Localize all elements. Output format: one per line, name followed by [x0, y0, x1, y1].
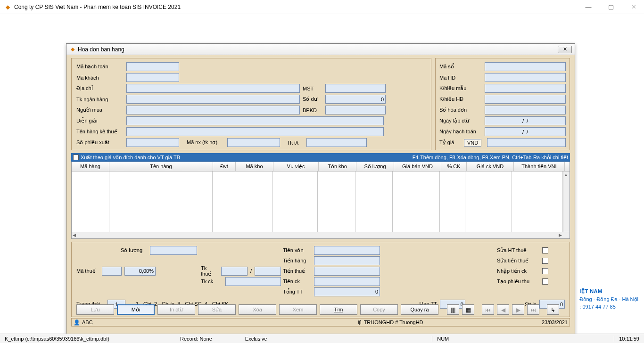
- label-tien-von: Tiền vốn: [283, 247, 311, 253]
- so-phieu-xuat-field[interactable]: [126, 138, 179, 147]
- label-tien-ck: Tiền ck: [283, 278, 311, 285]
- grid-col-header[interactable]: Mã kho: [236, 162, 273, 171]
- dien-giai-field[interactable]: [126, 116, 384, 125]
- grid-banner: Xuất theo giá vốn đích danh cho VT giá T…: [71, 153, 570, 162]
- nhap-tien-ck-checkbox[interactable]: [542, 268, 548, 274]
- grid-col-header[interactable]: Vụ việc: [273, 162, 319, 171]
- tk-ck-field[interactable]: [225, 277, 281, 286]
- label-ht-tt: Ht t/t: [288, 140, 304, 146]
- grid-col-header[interactable]: Giá bán VND: [394, 162, 441, 171]
- label-dien-giai: Diễn giải: [76, 118, 124, 124]
- tool-filter-button[interactable]: 🀫: [447, 304, 459, 315]
- tool-grid-button[interactable]: ▦: [462, 304, 474, 315]
- ht-tt-field[interactable]: [306, 138, 367, 147]
- xoa-button[interactable]: Xóa: [239, 304, 276, 315]
- dialog-icon: ◆: [69, 46, 76, 53]
- grid-col-body[interactable]: [393, 172, 440, 232]
- grid-col-body[interactable]: [318, 172, 355, 232]
- grid-col-header[interactable]: Đvt: [213, 162, 236, 171]
- tien-von-field[interactable]: [314, 246, 380, 255]
- grid-horizontal-scrollbar[interactable]: [72, 232, 570, 238]
- grid-vertical-scrollbar[interactable]: [563, 172, 570, 232]
- mst-field[interactable]: [325, 84, 386, 93]
- status-num: NUM: [432, 336, 454, 342]
- tk-thue-field-b[interactable]: [255, 267, 281, 276]
- sua-tien-thue-checkbox[interactable]: [542, 258, 548, 264]
- ma-nx-field[interactable]: [227, 138, 280, 147]
- inctu-button[interactable]: In ctừ: [157, 304, 195, 315]
- dialog-close-button[interactable]: ✕: [558, 46, 572, 53]
- grid-body[interactable]: [72, 172, 563, 232]
- tien-thue-field[interactable]: [314, 267, 380, 276]
- khieu-hd-field[interactable]: [485, 95, 566, 104]
- moi-button[interactable]: Mới: [117, 304, 155, 315]
- nav-prev-button[interactable]: ◀: [497, 304, 509, 315]
- grid-col-body[interactable]: [213, 172, 235, 232]
- grid-col-body[interactable]: [440, 172, 465, 232]
- dialog-footer: 👤 ABC 🛢 TRUONGHD # TruongHD 23/03/2021: [71, 318, 570, 327]
- nguoi-mua-field[interactable]: [126, 106, 300, 114]
- lock-icon: 🛢: [357, 319, 362, 325]
- maximize-button[interactable]: ▢: [604, 3, 618, 10]
- luu-button[interactable]: Lưu: [76, 304, 114, 315]
- label-so-phieu-xuat: Số phiếu xuất: [76, 139, 124, 146]
- tk-thue-field-a[interactable]: [221, 267, 248, 276]
- tien-hang-field[interactable]: [314, 256, 380, 265]
- ten-hang-ke-thue-field[interactable]: [126, 127, 384, 136]
- xem-button[interactable]: Xem: [279, 304, 317, 315]
- ngay-hach-toan-field[interactable]: [485, 127, 566, 136]
- minimize-button[interactable]: —: [582, 3, 595, 10]
- grid-col-header[interactable]: Tên hàng: [109, 162, 213, 171]
- tong-tt-field[interactable]: [314, 287, 380, 296]
- grid-col-body[interactable]: [235, 172, 273, 232]
- dia-chi-field[interactable]: [126, 84, 300, 93]
- grid-col-header[interactable]: Mã hàng: [72, 162, 109, 171]
- tao-phieu-thu-checkbox[interactable]: [542, 278, 548, 285]
- export-button[interactable]: ↳: [547, 304, 559, 315]
- grid-col-body[interactable]: [72, 172, 109, 232]
- label-dia-chi: Địa chỉ: [76, 85, 124, 91]
- grid-col-body[interactable]: [109, 172, 213, 232]
- grid-col-body[interactable]: [512, 172, 563, 232]
- ma-khach-field[interactable]: [126, 73, 179, 82]
- ma-thue-field[interactable]: [102, 267, 122, 276]
- ma-hach-toan-field[interactable]: [126, 62, 179, 71]
- grid-col-header[interactable]: Số lượng: [356, 162, 394, 171]
- grid-col-header[interactable]: Giá ck VND: [467, 162, 514, 171]
- sua-ht-thue-checkbox[interactable]: [542, 247, 548, 253]
- grid-col-header[interactable]: Thành tiền VNI: [514, 162, 565, 171]
- user-info: TRUONGHD # TruongHD: [364, 319, 423, 325]
- label-tien-thue: Tiền thuế: [283, 268, 311, 274]
- ty-gia-field[interactable]: [487, 138, 566, 147]
- nav-first-button[interactable]: ⏮: [482, 304, 494, 315]
- grid-col-body[interactable]: [355, 172, 393, 232]
- grid-col-header[interactable]: % CK: [441, 162, 467, 171]
- quayra-button[interactable]: Quay ra: [401, 304, 438, 315]
- khieu-mau-field[interactable]: [485, 84, 566, 93]
- nav-last-button[interactable]: ⏭: [527, 304, 539, 315]
- ngay-lap-ctu-field[interactable]: [485, 116, 566, 125]
- tim-button[interactable]: Tìm: [320, 304, 357, 315]
- so-luong-field[interactable]: [150, 246, 197, 255]
- ma-hd-field[interactable]: [485, 73, 566, 82]
- items-grid[interactable]: Mã hàngTên hàngĐvtMã khoVụ việcTồn khoSố…: [71, 162, 570, 239]
- so-hoa-don-field[interactable]: [485, 106, 566, 114]
- grid-col-body[interactable]: [272, 172, 318, 232]
- grid-hints: F4-Thêm dòng, F8-Xóa dòng, F9-Xem PN, Ct…: [413, 155, 568, 161]
- ma-so-field[interactable]: [485, 62, 566, 71]
- grid-col-header[interactable]: Tồn kho: [319, 162, 356, 171]
- so-du-field[interactable]: [325, 95, 386, 104]
- sua-button[interactable]: Sửa: [198, 304, 236, 315]
- copy-button[interactable]: Copy: [360, 304, 398, 315]
- currency-badge[interactable]: VND: [464, 139, 481, 147]
- close-button[interactable]: ✕: [627, 3, 640, 10]
- app-titlebar: ◆ Cong ty CP SIS Viet Nam - Phan mem ke …: [0, 0, 644, 14]
- grid-col-body[interactable]: [465, 172, 512, 232]
- tien-ck-field[interactable]: [314, 277, 380, 286]
- tk-ngan-hang-field[interactable]: [126, 95, 300, 104]
- export-cost-checkbox[interactable]: [73, 155, 79, 160]
- label-ma-hach-toan: Mã hạch toán: [76, 64, 124, 70]
- bpkd-field[interactable]: [325, 106, 386, 114]
- nav-next-button[interactable]: ▶: [512, 304, 524, 315]
- ma-thue-pct-field[interactable]: [124, 267, 156, 276]
